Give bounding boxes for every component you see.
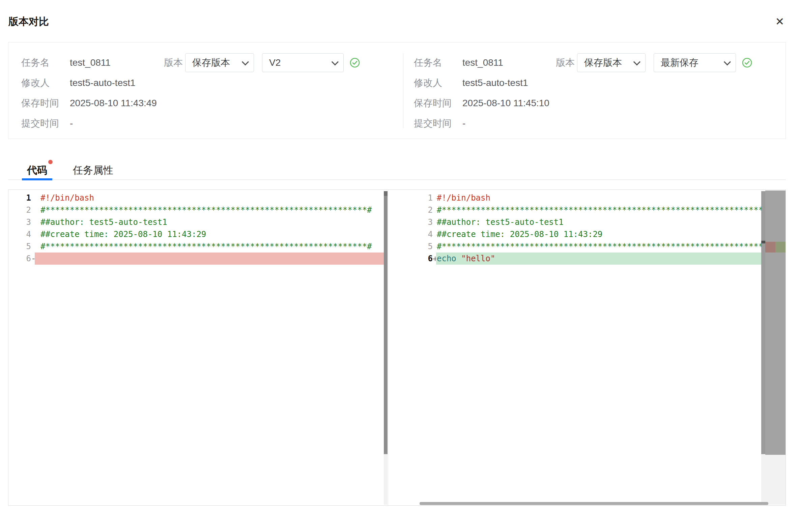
line-number: 6 bbox=[8, 252, 31, 265]
code-text: ##author: test5-auto-test1 bbox=[35, 216, 384, 228]
line-number: 4 bbox=[8, 228, 31, 240]
code-line: 5#**************************************… bbox=[388, 240, 786, 252]
save-time-label: 保存时间 bbox=[414, 97, 462, 110]
chevron-down-icon bbox=[242, 58, 249, 65]
task-name-value: test_0811 bbox=[462, 57, 556, 68]
code-line: 3##author: test5-auto-test1 bbox=[388, 216, 786, 228]
right-version-type-select[interactable]: 保存版本 bbox=[577, 53, 646, 72]
code-text: ##create time: 2025-08-10 11:43:29 bbox=[436, 228, 761, 240]
code-text: #***************************************… bbox=[35, 240, 384, 252]
modifier-value: test5-auto-test1 bbox=[70, 78, 135, 88]
commit-time-label: 提交时间 bbox=[21, 117, 70, 130]
left-pane-scrollbar-track[interactable] bbox=[384, 454, 388, 505]
minimap-added-marker bbox=[775, 242, 785, 252]
info-row: 提交时间 - bbox=[414, 113, 785, 133]
line-number: 2 bbox=[8, 204, 31, 216]
select-value: V2 bbox=[269, 57, 326, 68]
modifier-label: 修改人 bbox=[414, 77, 462, 89]
diff-marker bbox=[31, 240, 35, 252]
code-line: 3##author: test5-auto-test1 bbox=[8, 216, 384, 228]
diff-minimap-track bbox=[765, 455, 785, 505]
tab-task-attributes[interactable]: 任务属性 bbox=[68, 161, 118, 180]
tab-code-label: 代码 bbox=[27, 164, 47, 177]
line-number: 3 bbox=[8, 216, 31, 228]
scrollbar-diff-marker bbox=[761, 241, 765, 243]
tab-bar: 代码 任务属性 bbox=[8, 161, 786, 180]
select-value: 保存版本 bbox=[584, 56, 627, 69]
horizontal-scrollbar[interactable] bbox=[420, 502, 768, 505]
tab-attrs-label: 任务属性 bbox=[73, 164, 113, 177]
diff-marker bbox=[31, 192, 35, 204]
line-number: 1 bbox=[388, 192, 433, 204]
commit-time-label: 提交时间 bbox=[414, 117, 462, 130]
diff-marker bbox=[31, 204, 35, 216]
info-row: 修改人 test5-auto-test1 bbox=[21, 73, 403, 93]
code-line: 4##create time: 2025-08-10 11:43:29 bbox=[8, 228, 384, 240]
left-pane-vertical-scrollbar[interactable] bbox=[384, 191, 388, 454]
line-number: 3 bbox=[388, 216, 433, 228]
info-row: 保存时间 2025-08-10 11:43:49 bbox=[21, 93, 403, 113]
version-compare-dialog: 版本对比 ✕ 任务名 test_0811 版本 保存版本 V2 bbox=[0, 0, 798, 532]
commit-time-value: - bbox=[462, 118, 465, 129]
code-line: 2#**************************************… bbox=[388, 204, 786, 216]
code-line: 1#!/bin/bash bbox=[388, 192, 786, 204]
code-line: 5#**************************************… bbox=[8, 240, 384, 252]
right-pane-vertical-scrollbar[interactable] bbox=[761, 191, 765, 454]
code-text: #!/bin/bash bbox=[35, 192, 384, 204]
diff-marker bbox=[433, 228, 436, 240]
left-version-info: 任务名 test_0811 版本 保存版本 V2 修改人 test5-a bbox=[8, 42, 403, 138]
diff-minimap[interactable] bbox=[765, 190, 785, 455]
line-number: 4 bbox=[388, 228, 433, 240]
code-text: echo "hello" bbox=[436, 252, 761, 265]
info-row: 保存时间 2025-08-10 11:45:10 bbox=[414, 93, 785, 113]
diff-marker bbox=[433, 204, 436, 216]
code-text: #***************************************… bbox=[35, 204, 384, 216]
chevron-down-icon bbox=[332, 58, 339, 65]
diff-marker bbox=[31, 228, 35, 240]
diff-marker: + bbox=[433, 252, 436, 265]
save-time-value: 2025-08-10 11:43:49 bbox=[70, 98, 157, 109]
success-check-icon bbox=[742, 58, 752, 68]
version-label: 版本 bbox=[164, 56, 183, 69]
left-version-value-select[interactable]: V2 bbox=[262, 53, 344, 72]
unsaved-change-dot bbox=[48, 160, 53, 164]
code-text: ##create time: 2025-08-10 11:43:29 bbox=[35, 228, 384, 240]
right-version-info: 任务名 test_0811 版本 保存版本 最新保存 修改人 test5 bbox=[403, 42, 785, 138]
right-pane-scrollbar-track[interactable] bbox=[761, 454, 765, 505]
version-label: 版本 bbox=[556, 56, 575, 69]
code-diff-container: 1#!/bin/bash2#**************************… bbox=[8, 189, 786, 506]
close-icon[interactable]: ✕ bbox=[772, 14, 787, 29]
save-time-value: 2025-08-10 11:45:10 bbox=[462, 98, 550, 109]
left-pane-scrollbar-cap bbox=[384, 191, 388, 196]
right-version-value-select[interactable]: 最新保存 bbox=[654, 53, 736, 72]
modifier-value: test5-auto-test1 bbox=[462, 78, 528, 88]
line-number: 5 bbox=[8, 240, 31, 252]
diff-marker: - bbox=[31, 252, 35, 265]
select-value: 最新保存 bbox=[661, 56, 718, 69]
select-value: 保存版本 bbox=[192, 56, 236, 69]
code-text bbox=[35, 252, 384, 265]
chevron-down-icon bbox=[724, 58, 731, 65]
info-row: 修改人 test5-auto-test1 bbox=[414, 73, 785, 93]
code-line: 6+echo "hello" bbox=[388, 252, 786, 265]
line-number: 1 bbox=[8, 192, 31, 204]
info-row: 任务名 test_0811 版本 保存版本 最新保存 bbox=[414, 53, 785, 73]
diff-marker bbox=[433, 192, 436, 204]
diff-marker bbox=[31, 216, 35, 228]
tab-code[interactable]: 代码 bbox=[22, 161, 52, 180]
diff-right-pane[interactable]: 1#!/bin/bash2#**************************… bbox=[388, 190, 786, 506]
commit-time-value: - bbox=[70, 118, 73, 129]
line-number: 2 bbox=[388, 204, 433, 216]
left-version-type-select[interactable]: 保存版本 bbox=[185, 53, 254, 72]
task-name-label: 任务名 bbox=[414, 56, 462, 69]
code-text: #!/bin/bash bbox=[436, 192, 761, 204]
info-row: 提交时间 - bbox=[21, 113, 403, 133]
modifier-label: 修改人 bbox=[21, 77, 70, 89]
diff-marker bbox=[433, 240, 436, 252]
save-time-label: 保存时间 bbox=[21, 97, 70, 110]
diff-marker bbox=[433, 216, 436, 228]
code-text: #***************************************… bbox=[436, 204, 761, 216]
minimap-deleted-marker bbox=[765, 242, 775, 252]
diff-left-pane[interactable]: 1#!/bin/bash2#**************************… bbox=[8, 190, 384, 506]
code-text: ##author: test5-auto-test1 bbox=[436, 216, 761, 228]
